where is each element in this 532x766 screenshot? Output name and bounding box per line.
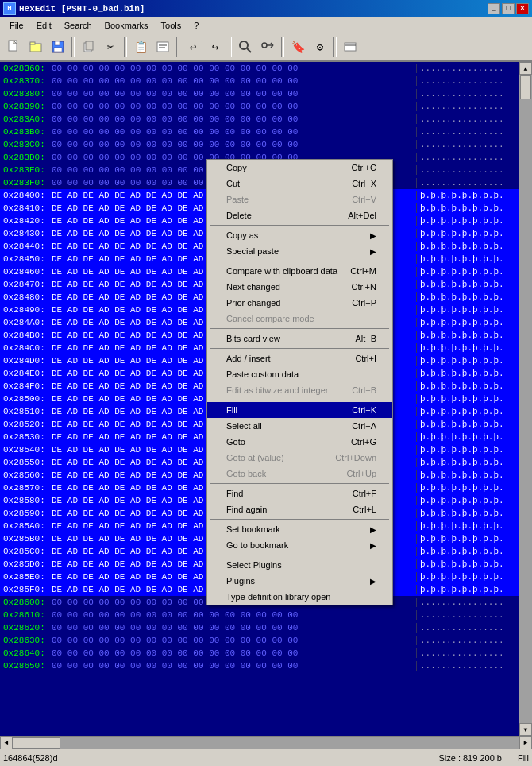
row-bytes[interactable]: 00 00 00 00 00 00 00 00 00 00 00 00 00 0… (52, 661, 416, 671)
new-button[interactable] (3, 37, 24, 57)
context-menu-item[interactable]: Next changedCtrl+N (207, 279, 392, 295)
row-address: 0x283B0: (0, 127, 52, 137)
table-row[interactable]: 0x28630:00 00 00 00 00 00 00 00 00 00 00… (0, 634, 519, 647)
table-row[interactable]: 0x28380:00 00 00 00 00 00 00 00 00 00 00… (0, 87, 519, 100)
bookmark-button[interactable]: 🔖 (287, 37, 308, 57)
row-bytes[interactable]: 00 00 00 00 00 00 00 00 00 00 00 00 00 0… (52, 102, 416, 111)
context-menu-item[interactable]: Add / insertCtrl+I (207, 350, 392, 366)
row-bytes[interactable]: 00 00 00 00 00 00 00 00 00 00 00 00 00 0… (52, 610, 416, 620)
paste-text-button[interactable] (152, 37, 173, 57)
context-menu-item-label: Select Plugins (226, 560, 282, 570)
context-menu-item[interactable]: CutCtrl+X (207, 176, 392, 192)
row-bytes[interactable]: 00 00 00 00 00 00 00 00 00 00 00 00 00 0… (52, 89, 416, 99)
undo-button[interactable]: ↩ (183, 37, 203, 57)
table-row[interactable]: 0x28370:00 00 00 00 00 00 00 00 00 00 00… (0, 75, 519, 87)
scroll-up-button[interactable]: ▲ (519, 62, 532, 75)
context-menu-item[interactable]: Bits card viewAlt+B (207, 331, 392, 346)
row-bytes[interactable]: 00 00 00 00 00 00 00 00 00 00 00 00 00 0… (52, 114, 416, 124)
row-ascii: ................ (416, 636, 519, 645)
open-button[interactable] (25, 37, 46, 57)
context-menu-item[interactable]: Prior changedCtrl+P (207, 295, 392, 311)
menu-help[interactable]: ? (187, 19, 205, 32)
row-address: 0x283F0: (0, 178, 52, 188)
context-menu-separator (210, 555, 389, 555)
row-ascii: ................ (416, 89, 519, 99)
context-menu-item[interactable]: FillCtrl+K (207, 402, 392, 418)
context-menu-separator (210, 519, 389, 520)
close-button[interactable]: × (516, 3, 529, 14)
menu-tools[interactable]: Tools (155, 19, 188, 32)
table-row[interactable]: 0x28640:00 00 00 00 00 00 00 00 00 00 00… (0, 647, 519, 660)
row-ascii: ................ (416, 648, 519, 658)
menu-search[interactable]: Search (58, 19, 98, 32)
h-scroll-thumb[interactable] (13, 737, 60, 749)
row-address: 0x284D0: (0, 356, 52, 366)
find-button[interactable] (235, 37, 256, 57)
horizontal-scrollbar[interactable]: ◄ ► (0, 736, 532, 749)
context-menu-item[interactable]: Plugins▶ (207, 573, 392, 589)
scroll-thumb[interactable] (520, 75, 531, 99)
context-menu-item[interactable]: Type definition library open (207, 589, 392, 605)
row-bytes[interactable]: 00 00 00 00 00 00 00 00 00 00 00 00 00 0… (52, 64, 416, 73)
row-bytes[interactable]: 00 00 00 00 00 00 00 00 00 00 00 00 00 0… (52, 648, 416, 658)
menu-bookmarks[interactable]: Bookmarks (98, 19, 155, 32)
context-menu-item[interactable]: Select Plugins (207, 557, 392, 573)
table-row[interactable]: 0x28610:00 00 00 00 00 00 00 00 00 00 00… (0, 609, 519, 621)
context-menu-item[interactable]: GotoCtrl+G (207, 434, 392, 450)
row-ascii: þ.þ.þ.þ.þ.þ.þ.þ. (416, 509, 519, 518)
table-row[interactable]: 0x28620:00 00 00 00 00 00 00 00 00 00 00… (0, 621, 519, 634)
cut-button[interactable]: ✂ (100, 37, 121, 57)
row-bytes[interactable]: 00 00 00 00 00 00 00 00 00 00 00 00 00 0… (52, 127, 416, 137)
context-menu-item-label: Goto (226, 437, 245, 447)
row-bytes[interactable]: 00 00 00 00 00 00 00 00 00 00 00 00 00 0… (52, 76, 416, 86)
table-row[interactable]: 0x283B0:00 00 00 00 00 00 00 00 00 00 00… (0, 126, 519, 138)
window-controls[interactable]: _ □ × (488, 3, 529, 14)
context-menu-item[interactable]: CopyCtrl+C (207, 160, 392, 176)
table-row[interactable]: 0x28390:00 00 00 00 00 00 00 00 00 00 00… (0, 100, 519, 113)
table-row[interactable]: 0x283A0:00 00 00 00 00 00 00 00 00 00 00… (0, 113, 519, 126)
row-ascii: þ.þ.þ.þ.þ.þ.þ.þ. (416, 203, 519, 213)
context-menu-item[interactable]: Paste custom data (207, 366, 392, 382)
context-menu-item[interactable]: Set bookmark▶ (207, 521, 392, 537)
context-menu-item[interactable]: Copy as▶ (207, 227, 392, 243)
scroll-right-button[interactable]: ► (519, 737, 532, 749)
table-row[interactable]: 0x283C0:00 00 00 00 00 00 00 00 00 00 00… (0, 138, 519, 151)
row-bytes[interactable]: 00 00 00 00 00 00 00 00 00 00 00 00 00 0… (52, 623, 416, 633)
redo-button[interactable]: ↪ (205, 37, 226, 57)
paste-button[interactable]: 📋 (130, 37, 151, 57)
toolbar-sep-4 (229, 37, 232, 57)
context-menu-item[interactable]: Find againCtrl+L (207, 501, 392, 517)
context-menu-item[interactable]: DeleteAlt+Del (207, 207, 392, 223)
scroll-down-button[interactable]: ▼ (519, 723, 532, 736)
save-button[interactable] (48, 37, 68, 57)
table-row[interactable]: 0x28360:00 00 00 00 00 00 00 00 00 00 00… (0, 62, 519, 75)
menu-file[interactable]: File (3, 19, 30, 32)
scroll-left-button[interactable]: ◄ (0, 737, 13, 749)
h-scroll-track[interactable] (13, 737, 519, 749)
copy-file-button[interactable] (78, 37, 98, 57)
context-menu-item[interactable]: Compare with clipboard dataCtrl+M (207, 263, 392, 279)
context-menu-item[interactable]: FindCtrl+F (207, 486, 392, 501)
maximize-button[interactable]: □ (502, 3, 515, 14)
settings-button[interactable]: ⚙ (310, 37, 330, 57)
row-address: 0x28410: (0, 203, 52, 213)
row-address: 0x28460: (0, 267, 52, 277)
context-menu-item[interactable]: Special paste▶ (207, 243, 392, 259)
extra-button[interactable] (340, 37, 360, 57)
vertical-scrollbar[interactable]: ▲ ▼ (519, 62, 532, 736)
row-ascii: ................ (416, 140, 519, 149)
scroll-track[interactable] (519, 75, 532, 723)
row-address: 0x28520: (0, 420, 52, 429)
row-ascii: þ.þ.þ.þ.þ.þ.þ.þ. (416, 572, 519, 582)
minimize-button[interactable]: _ (488, 3, 500, 14)
menu-edit[interactable]: Edit (30, 19, 58, 32)
table-row[interactable]: 0x28650:00 00 00 00 00 00 00 00 00 00 00… (0, 660, 519, 672)
toolbar-sep-3 (176, 37, 179, 57)
row-bytes[interactable]: 00 00 00 00 00 00 00 00 00 00 00 00 00 0… (52, 140, 416, 149)
row-address: 0x283E0: (0, 165, 52, 175)
context-menu-item[interactable]: Select allCtrl+A (207, 418, 392, 434)
context-menu-item: Edit as bitwize and integerCtrl+B (207, 382, 392, 398)
replace-button[interactable] (257, 37, 278, 57)
context-menu-item[interactable]: Go to bookmark▶ (207, 537, 392, 553)
row-bytes[interactable]: 00 00 00 00 00 00 00 00 00 00 00 00 00 0… (52, 636, 416, 645)
